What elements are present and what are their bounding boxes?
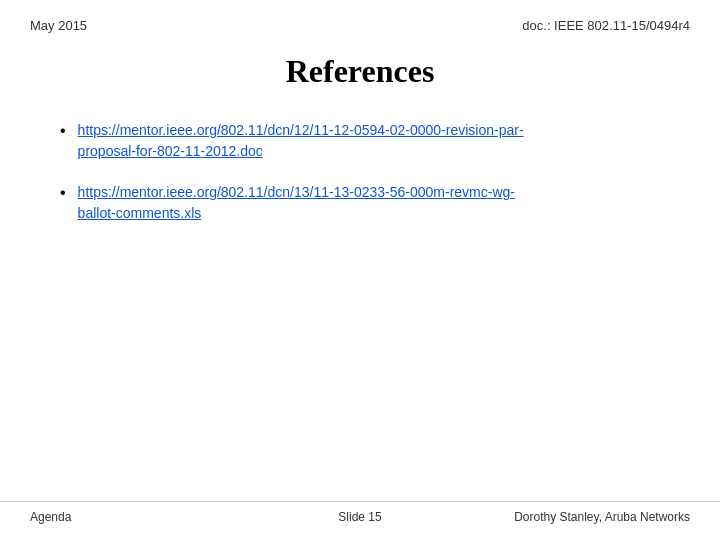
list-item: • https://mentor.ieee.org/802.11/dcn/12/… bbox=[60, 120, 660, 162]
content-area: • https://mentor.ieee.org/802.11/dcn/12/… bbox=[0, 120, 720, 224]
footer-slide-number: Slide 15 bbox=[250, 510, 470, 524]
header-date: May 2015 bbox=[30, 18, 87, 33]
reference-anchor-2[interactable]: https://mentor.ieee.org/802.11/dcn/13/11… bbox=[78, 184, 515, 221]
list-item: • https://mentor.ieee.org/802.11/dcn/13/… bbox=[60, 182, 660, 224]
slide-footer: Agenda Slide 15 Dorothy Stanley, Aruba N… bbox=[0, 501, 720, 524]
reference-link-1[interactable]: https://mentor.ieee.org/802.11/dcn/12/11… bbox=[78, 120, 524, 162]
slide-header: May 2015 doc.: IEEE 802.11-15/0494r4 bbox=[0, 0, 720, 33]
title-section: References bbox=[0, 53, 720, 90]
reference-anchor-1[interactable]: https://mentor.ieee.org/802.11/dcn/12/11… bbox=[78, 122, 524, 159]
slide-title: References bbox=[0, 53, 720, 90]
footer-author: Dorothy Stanley, Aruba Networks bbox=[470, 510, 690, 524]
slide: May 2015 doc.: IEEE 802.11-15/0494r4 Ref… bbox=[0, 0, 720, 540]
footer-label: Agenda bbox=[30, 510, 250, 524]
references-list: • https://mentor.ieee.org/802.11/dcn/12/… bbox=[60, 120, 660, 224]
reference-link-2[interactable]: https://mentor.ieee.org/802.11/dcn/13/11… bbox=[78, 182, 515, 224]
bullet-icon: • bbox=[60, 122, 66, 140]
header-doc-ref: doc.: IEEE 802.11-15/0494r4 bbox=[522, 18, 690, 33]
bullet-icon: • bbox=[60, 184, 66, 202]
